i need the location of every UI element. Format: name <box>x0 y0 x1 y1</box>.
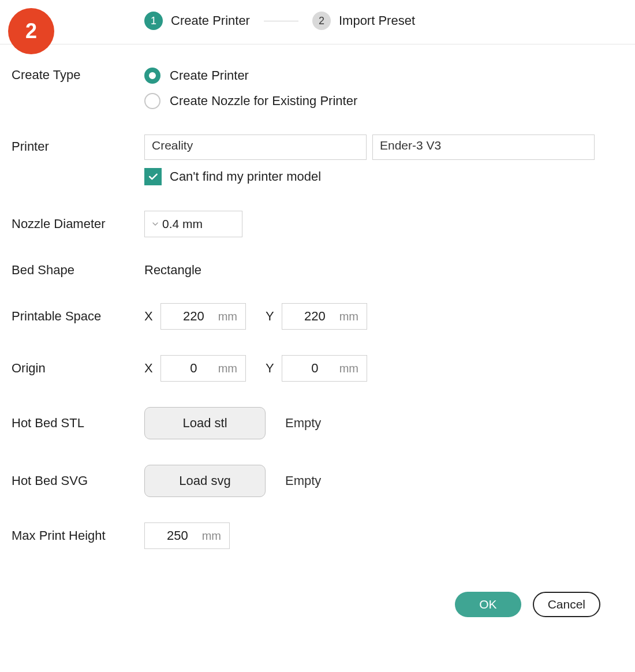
max-print-height-input[interactable]: 250 mm <box>144 522 230 549</box>
printer-model-value: Ender-3 V3 <box>380 139 441 152</box>
max-print-height-value: 250 <box>153 528 202 543</box>
printable-y-value: 220 <box>290 309 339 324</box>
load-svg-button[interactable]: Load svg <box>144 465 266 497</box>
printable-space-label: Printable Space <box>12 309 144 324</box>
step-label-2: Import Preset <box>339 13 415 28</box>
load-stl-button[interactable]: Load stl <box>144 407 266 439</box>
origin-y-value: 0 <box>290 361 339 376</box>
checkbox-icon-checked <box>144 168 162 185</box>
origin-x-value: 0 <box>169 361 218 376</box>
nozzle-diameter-dropdown[interactable]: 0.4 mm <box>144 211 242 237</box>
hot-bed-stl-status: Empty <box>285 416 321 431</box>
dialog-footer: OK Cancel <box>0 580 635 640</box>
wizard-stepper: 1 Create Printer 2 Import Preset <box>0 0 635 44</box>
radio-label-create-nozzle: Create Nozzle for Existing Printer <box>170 94 357 109</box>
hot-bed-stl-label: Hot Bed STL <box>12 416 144 431</box>
origin-y-input[interactable]: 0 mm <box>282 355 367 382</box>
step-create-printer[interactable]: 1 Create Printer <box>144 12 250 30</box>
bed-shape-label: Bed Shape <box>12 263 144 278</box>
printer-model-input[interactable]: Ender-3 V3 <box>372 135 595 160</box>
radio-create-printer[interactable]: Create Printer <box>144 68 357 84</box>
origin-x-input[interactable]: 0 mm <box>160 355 246 382</box>
radio-create-nozzle[interactable]: Create Nozzle for Existing Printer <box>144 93 357 109</box>
origin-x-unit: mm <box>218 362 237 375</box>
create-type-label: Create Type <box>12 68 144 83</box>
step-number-2: 2 <box>312 12 331 30</box>
origin-y-unit: mm <box>339 362 358 375</box>
nozzle-diameter-value: 0.4 mm <box>162 217 203 231</box>
printable-y-input[interactable]: 220 mm <box>282 303 367 330</box>
nozzle-diameter-label: Nozzle Diameter <box>12 216 144 232</box>
origin-label: Origin <box>12 361 144 376</box>
printable-x-unit: mm <box>218 310 237 323</box>
printable-x-label: X <box>144 309 155 324</box>
max-print-height-label: Max Print Height <box>12 528 144 543</box>
bed-shape-value: Rectangle <box>144 263 201 278</box>
step-connector <box>264 21 298 21</box>
printer-label: Printer <box>12 135 144 154</box>
cant-find-checkbox[interactable]: Can't find my printer model <box>144 168 595 185</box>
hot-bed-svg-status: Empty <box>285 473 321 488</box>
create-printer-form: Create Type Create Printer Create Nozzle… <box>0 44 635 580</box>
radio-icon-checked <box>144 68 160 84</box>
step-label-1: Create Printer <box>171 13 250 28</box>
page-number-badge: 2 <box>8 8 54 54</box>
origin-x-label: X <box>144 361 155 376</box>
check-icon <box>147 171 159 182</box>
radio-label-create-printer: Create Printer <box>170 68 249 83</box>
cancel-button[interactable]: Cancel <box>533 592 600 617</box>
page-number-text: 2 <box>25 19 37 43</box>
printable-x-input[interactable]: 220 mm <box>160 303 246 330</box>
printable-x-value: 220 <box>169 309 218 324</box>
ok-button[interactable]: OK <box>455 592 521 617</box>
printable-y-label: Y <box>266 309 276 324</box>
printer-brand-input[interactable]: Creality <box>144 135 367 160</box>
chevron-down-icon <box>151 219 160 229</box>
radio-icon-unchecked <box>144 93 160 109</box>
hot-bed-svg-label: Hot Bed SVG <box>12 473 144 488</box>
max-print-height-unit: mm <box>202 529 221 543</box>
origin-y-label: Y <box>266 361 276 376</box>
cant-find-label: Can't find my printer model <box>170 169 321 184</box>
step-import-preset[interactable]: 2 Import Preset <box>312 12 415 30</box>
step-number-1: 1 <box>144 12 163 30</box>
printable-y-unit: mm <box>339 310 358 323</box>
printer-brand-value: Creality <box>152 139 193 152</box>
